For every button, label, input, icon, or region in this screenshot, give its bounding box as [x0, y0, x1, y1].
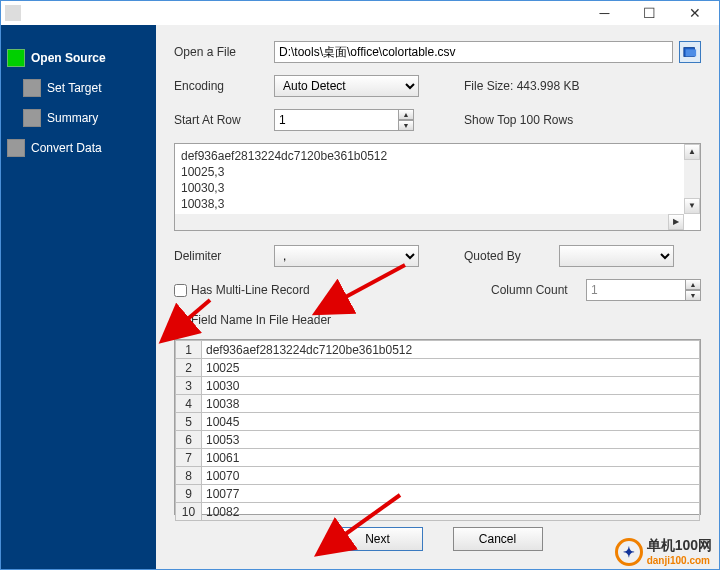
- step-label: Open Source: [31, 51, 106, 65]
- cancel-button[interactable]: Cancel: [453, 527, 543, 551]
- delimiter-select[interactable]: ,: [274, 245, 419, 267]
- step-label: Summary: [47, 111, 98, 125]
- table-row: 710061: [176, 449, 700, 467]
- watermark-url: danji100.com: [647, 555, 712, 566]
- parsed-table[interactable]: 1def936aef2813224dc7120be361b0512 210025…: [174, 339, 701, 515]
- table-row: 810070: [176, 467, 700, 485]
- titlebar: ─ ☐ ✕: [1, 1, 719, 25]
- table-row: 910077: [176, 485, 700, 503]
- step-indicator-icon: [23, 79, 41, 97]
- start-row-input[interactable]: [274, 109, 399, 131]
- step-label: Convert Data: [31, 141, 102, 155]
- minimize-button[interactable]: ─: [582, 1, 627, 25]
- step-indicator-icon: [23, 109, 41, 127]
- encoding-select[interactable]: Auto Detect: [274, 75, 419, 97]
- preview-line: 10025,3: [181, 164, 694, 180]
- encoding-label: Encoding: [174, 79, 274, 93]
- wizard-steps-sidebar: Open Source Set Target Summary Convert D…: [1, 25, 156, 569]
- scroll-right-icon[interactable]: ▶: [668, 214, 684, 230]
- table-row: 610053: [176, 431, 700, 449]
- column-count-input: [586, 279, 686, 301]
- preview-line: 10038,3: [181, 196, 694, 212]
- horizontal-scrollbar[interactable]: ▶: [175, 214, 684, 230]
- fieldname-header-checkbox[interactable]: Field Name In File Header: [174, 313, 331, 327]
- scroll-down-icon[interactable]: ▼: [684, 198, 700, 214]
- step-summary[interactable]: Summary: [1, 103, 156, 133]
- table-body: 1def936aef2813224dc7120be361b0512 210025…: [176, 341, 700, 521]
- watermark: ✦ 单机100网 danji100.com: [615, 537, 712, 566]
- maximize-button[interactable]: ☐: [627, 1, 672, 25]
- start-row-label: Start At Row: [174, 113, 274, 127]
- browse-file-button[interactable]: [679, 41, 701, 63]
- stepper-up-icon[interactable]: ▲: [685, 279, 701, 290]
- folder-open-icon: [683, 45, 697, 59]
- close-button[interactable]: ✕: [672, 1, 717, 25]
- multiline-checkbox-input[interactable]: [174, 284, 187, 297]
- watermark-logo-icon: ✦: [615, 538, 643, 566]
- table-row: 210025: [176, 359, 700, 377]
- step-convert-data[interactable]: Convert Data: [1, 133, 156, 163]
- raw-preview-box[interactable]: def936aef2813224dc7120be361b0512 10025,3…: [174, 143, 701, 231]
- app-icon: [5, 5, 21, 21]
- delimiter-label: Delimiter: [174, 249, 274, 263]
- fieldname-checkbox-label: Field Name In File Header: [191, 313, 331, 327]
- column-count-stepper[interactable]: ▲ ▼: [586, 279, 701, 301]
- column-count-label: Column Count: [491, 283, 586, 297]
- step-set-target[interactable]: Set Target: [1, 73, 156, 103]
- step-open-source[interactable]: Open Source: [1, 43, 156, 73]
- file-size-label: File Size: 443.998 KB: [424, 79, 701, 93]
- fieldname-checkbox-input[interactable]: [174, 314, 187, 327]
- preview-line: 10030,3: [181, 180, 694, 196]
- quoted-by-label: Quoted By: [464, 249, 559, 263]
- start-row-stepper[interactable]: ▲ ▼: [274, 109, 414, 131]
- show-top-label: Show Top 100 Rows: [424, 113, 701, 127]
- scroll-up-icon[interactable]: ▲: [684, 144, 700, 160]
- watermark-title: 单机100网: [647, 537, 712, 555]
- preview-line: def936aef2813224dc7120be361b0512: [181, 148, 694, 164]
- next-button[interactable]: Next: [333, 527, 423, 551]
- file-path-input[interactable]: [274, 41, 673, 63]
- step-indicator-icon: [7, 139, 25, 157]
- open-file-label: Open a File: [174, 45, 274, 59]
- quoted-by-select[interactable]: [559, 245, 674, 267]
- step-label: Set Target: [47, 81, 101, 95]
- stepper-down-icon[interactable]: ▼: [398, 120, 414, 131]
- table-row: 310030: [176, 377, 700, 395]
- svg-rect-1: [686, 49, 697, 56]
- main-panel: Open a File Encoding Auto Detect File Si…: [156, 25, 719, 569]
- table-row: 410038: [176, 395, 700, 413]
- step-indicator-icon: [7, 49, 25, 67]
- table-row: 510045: [176, 413, 700, 431]
- table-row: 1def936aef2813224dc7120be361b0512: [176, 341, 700, 359]
- multiline-checkbox[interactable]: Has Multi-Line Record: [174, 283, 310, 297]
- stepper-up-icon[interactable]: ▲: [398, 109, 414, 120]
- app-window: ─ ☐ ✕ Open Source Set Target Summary Con…: [0, 0, 720, 570]
- vertical-scrollbar[interactable]: ▲ ▼: [684, 144, 700, 214]
- multiline-checkbox-label: Has Multi-Line Record: [191, 283, 310, 297]
- stepper-down-icon[interactable]: ▼: [685, 290, 701, 301]
